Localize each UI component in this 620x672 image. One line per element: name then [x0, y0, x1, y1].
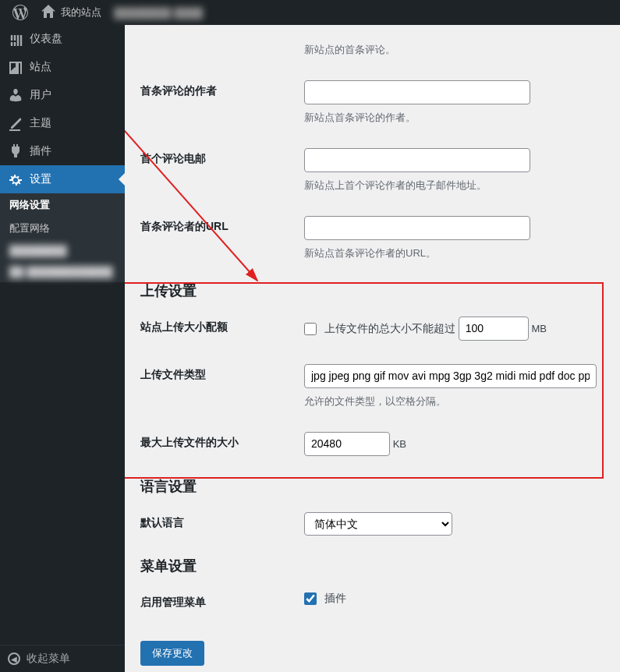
- site-name-blurred[interactable]: ████████ ████: [108, 0, 209, 25]
- home-icon: [41, 4, 56, 22]
- submenu-network-settings[interactable]: 网络设置: [0, 193, 125, 217]
- default-language-label: 默认语言: [140, 500, 296, 547]
- wp-logo[interactable]: [6, 0, 34, 25]
- menu-sites[interactable]: 站点: [0, 53, 125, 81]
- menu-plugins[interactable]: 插件: [0, 137, 125, 165]
- upload-heading: 上传设置: [140, 281, 604, 300]
- my-sites-label: 我的站点: [61, 5, 101, 19]
- upload-filetypes-input[interactable]: [304, 364, 597, 388]
- first-comment-email-desc: 新站点上首个评论作者的电子邮件地址。: [304, 175, 597, 193]
- menu-users[interactable]: 用户: [0, 81, 125, 109]
- settings-label: 设置: [30, 172, 51, 186]
- settings-icon: [8, 172, 23, 187]
- plugins-label: 插件: [30, 144, 51, 158]
- sites-label: 站点: [30, 60, 51, 74]
- language-heading: 语言设置: [140, 477, 604, 496]
- enable-plugins-checkbox[interactable]: [304, 592, 317, 605]
- users-label: 用户: [30, 88, 51, 102]
- upload-maxsize-input[interactable]: [304, 432, 390, 456]
- sites-icon: [8, 59, 23, 75]
- first-comment-url-label: 首条评论者的URL: [140, 204, 296, 272]
- first-comment-email-label: 首个评论电邮: [140, 136, 296, 204]
- themes-label: 主题: [30, 116, 51, 130]
- upload-quota-input[interactable]: [459, 317, 529, 341]
- upload-filetypes-desc: 允许的文件类型，以空格分隔。: [304, 391, 597, 409]
- submenu-blurred-2[interactable]: ██ ████████████: [0, 261, 125, 282]
- first-comment-author-label: 首条评论的作者: [140, 69, 296, 136]
- default-language-select[interactable]: 简体中文: [304, 512, 452, 536]
- menu-settings[interactable]: 设置: [0, 165, 125, 193]
- first-comment-url-input[interactable]: [304, 216, 530, 240]
- first-comment-desc: 新站点的首条评论。: [304, 40, 597, 57]
- upload-quota-checkbox-label: 上传文件的总大小不能超过: [324, 322, 455, 334]
- collapse-menu[interactable]: ◀ 收起菜单: [0, 645, 125, 672]
- users-icon: [8, 87, 23, 103]
- enable-menu-label: 启用管理菜单: [140, 580, 296, 625]
- submenu-blurred-1[interactable]: ████████: [0, 240, 125, 261]
- menu-dashboard[interactable]: 仪表盘: [0, 25, 125, 53]
- first-comment-author-input[interactable]: [304, 80, 530, 104]
- menu-themes[interactable]: 主题: [0, 109, 125, 137]
- upload-maxsize-unit: KB: [393, 438, 406, 450]
- my-sites-link[interactable]: 我的站点: [34, 0, 108, 25]
- upload-filetypes-label: 上传文件类型: [140, 352, 296, 420]
- save-button[interactable]: 保存更改: [140, 641, 204, 666]
- upload-quota-checkbox[interactable]: [304, 323, 317, 335]
- submenu-network-setup[interactable]: 配置网络: [0, 217, 125, 240]
- collapse-label: 收起菜单: [27, 652, 70, 666]
- first-comment-url-desc: 新站点首条评论作者的URL。: [304, 243, 597, 260]
- plugins-icon: [8, 143, 23, 159]
- menu-heading: 菜单设置: [140, 557, 604, 575]
- upload-quota-label: 站点上传大小配额: [140, 305, 296, 352]
- dashboard-label: 仪表盘: [30, 32, 62, 46]
- collapse-icon: ◀: [8, 653, 20, 665]
- themes-icon: [8, 115, 23, 131]
- upload-maxsize-label: 最大上传文件的大小: [140, 420, 296, 468]
- first-comment-author-desc: 新站点首条评论的作者。: [304, 108, 597, 125]
- dashboard-icon: [8, 31, 23, 47]
- enable-plugins-label: 插件: [324, 592, 346, 604]
- first-comment-email-input[interactable]: [304, 148, 530, 172]
- upload-quota-unit: MB: [531, 323, 547, 334]
